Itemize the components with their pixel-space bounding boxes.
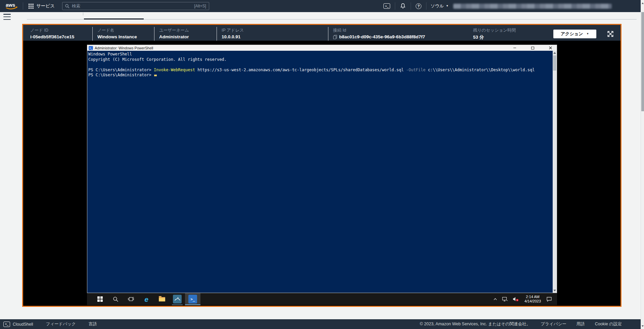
cloudshell-button[interactable]: >_ bbox=[383, 3, 391, 9]
minimize-icon bbox=[513, 48, 516, 48]
scrollbar-down-arrow-icon[interactable] bbox=[641, 324, 644, 328]
file-explorer-button[interactable] bbox=[154, 293, 170, 305]
svg-text:aws: aws bbox=[6, 2, 15, 8]
scroll-down-arrow-icon[interactable] bbox=[553, 288, 557, 293]
page-scrollbar[interactable] bbox=[641, 0, 644, 329]
field-ip-address: IP アドレス 10.0.0.91 bbox=[217, 27, 328, 41]
chevron-up-icon bbox=[493, 298, 497, 300]
close-button[interactable] bbox=[545, 45, 555, 50]
taskbar-search-button[interactable] bbox=[108, 293, 123, 305]
console-scrollbar[interactable] bbox=[553, 51, 557, 293]
field-node-name: ノード名 Windows Instance bbox=[92, 27, 154, 41]
internet-explorer-icon: e bbox=[144, 296, 148, 303]
help-button[interactable]: ? bbox=[415, 3, 422, 9]
network-icon bbox=[502, 297, 508, 302]
start-button[interactable] bbox=[92, 293, 108, 305]
aws-footer: >_ CloudShell フィードバック 言語 © 2023, Amazon … bbox=[0, 319, 641, 329]
powershell-window-title: Administrator: Windows PowerShell bbox=[95, 46, 502, 50]
search-icon bbox=[113, 296, 119, 302]
tray-volume-muted[interactable] bbox=[512, 293, 520, 305]
search-shortcut-hint: [Alt+S] bbox=[194, 4, 206, 8]
nav-divider bbox=[23, 2, 23, 10]
action-center-icon bbox=[546, 297, 552, 302]
console-prompt: PS C:\Users\Administrator> bbox=[88, 73, 154, 77]
powershell-window: >_ Administrator: Windows PowerShell Win… bbox=[87, 45, 557, 293]
console-banner-line1: Windows PowerShell bbox=[88, 52, 132, 56]
console-cursor bbox=[154, 75, 157, 76]
services-grid-icon bbox=[29, 4, 34, 9]
field-username: ユーザーネーム Administrator bbox=[154, 27, 217, 41]
navbar-right-cluster: >_ ? ソウル ▼ bbox=[383, 0, 612, 12]
actions-button[interactable]: アクション ▼ bbox=[553, 30, 596, 38]
speaker-muted-icon bbox=[513, 297, 519, 301]
footer-feedback-link[interactable]: フィードバック bbox=[46, 321, 76, 327]
footer-language-link[interactable]: 言語 bbox=[89, 321, 97, 327]
cloudshell-terminal-icon: >_ bbox=[3, 322, 10, 327]
node-id-value: i-05edb5ff361e7ce15 bbox=[30, 34, 92, 39]
minimize-button[interactable] bbox=[510, 45, 520, 50]
nav-divider bbox=[426, 2, 426, 10]
maximize-icon bbox=[531, 47, 534, 49]
console-prompt: PS C:\Users\Administrator> bbox=[88, 68, 154, 72]
search-icon bbox=[65, 4, 70, 8]
connection-id-label: 接続 Id bbox=[333, 28, 468, 33]
copy-icon[interactable] bbox=[333, 35, 337, 39]
region-selector[interactable]: ソウル ▼ bbox=[430, 3, 449, 9]
task-view-icon bbox=[128, 296, 134, 302]
active-tab-underline[interactable] bbox=[84, 18, 144, 19]
powershell-titlebar[interactable]: >_ Administrator: Windows PowerShell bbox=[87, 45, 557, 51]
aws-logo[interactable]: aws bbox=[5, 2, 19, 10]
file-explorer-icon bbox=[159, 297, 165, 301]
task-view-button[interactable] bbox=[123, 293, 139, 305]
nav-divider bbox=[395, 2, 395, 10]
tray-network[interactable] bbox=[501, 293, 509, 305]
close-icon bbox=[549, 46, 552, 49]
ip-address-label: IP アドレス bbox=[222, 28, 328, 33]
notifications-button[interactable] bbox=[399, 3, 407, 9]
nav-divider bbox=[411, 2, 411, 10]
console-scrollbar-thumb[interactable] bbox=[553, 55, 556, 71]
search-input[interactable] bbox=[72, 4, 192, 8]
mysql-workbench-button[interactable] bbox=[170, 293, 185, 305]
ip-address-value: 10.0.0.91 bbox=[222, 34, 328, 39]
powershell-console[interactable]: Windows PowerShell Copyright (C) Microso… bbox=[87, 51, 553, 293]
node-name-value: Windows Instance bbox=[97, 34, 154, 39]
scroll-up-arrow-icon[interactable] bbox=[553, 51, 557, 55]
field-connection-id: 接続 Id b8ac01c9-d09c-435e-96a9-6b3d88f8d7… bbox=[328, 27, 468, 41]
taskbar-clock[interactable]: 2:14 AM 4/14/2023 bbox=[523, 295, 543, 303]
footer-cloudshell-label: CloudShell bbox=[13, 322, 33, 327]
global-search[interactable]: [Alt+S] bbox=[62, 2, 209, 10]
system-tray: 2:14 AM 4/14/2023 bbox=[492, 293, 557, 305]
session-info-header: ノード ID i-05edb5ff361e7ce15 ノード名 Windows … bbox=[23, 25, 620, 41]
powershell-icon: >_ bbox=[188, 295, 197, 303]
footer-cloudshell-button[interactable]: >_ CloudShell bbox=[3, 322, 33, 327]
footer-cookie-settings-link[interactable]: Cookie の設定 bbox=[595, 321, 622, 327]
remote-desktop-viewport[interactable]: >_ Administrator: Windows PowerShell Win… bbox=[23, 41, 620, 306]
scrollbar-up-arrow-icon[interactable] bbox=[641, 1, 644, 5]
region-label: ソウル bbox=[430, 3, 444, 9]
fullscreen-expand-icon bbox=[606, 30, 614, 38]
page-scrollbar-thumb[interactable] bbox=[641, 12, 644, 111]
services-menu-button[interactable]: サービス bbox=[27, 3, 56, 9]
username-label: ユーザーネーム bbox=[159, 28, 217, 33]
powershell-taskbar-button[interactable]: >_ bbox=[185, 293, 200, 305]
footer-privacy-link[interactable]: プライバシー bbox=[541, 321, 566, 327]
tray-chevron-up[interactable] bbox=[492, 293, 498, 305]
clock-time: 2:14 AM bbox=[526, 295, 539, 299]
maximize-button[interactable] bbox=[527, 45, 538, 50]
services-label: サービス bbox=[36, 3, 55, 9]
account-menu-redacted[interactable] bbox=[453, 4, 612, 9]
internet-explorer-button[interactable]: e bbox=[139, 293, 154, 305]
action-center-button[interactable] bbox=[545, 293, 553, 305]
chevron-down-icon: ▼ bbox=[446, 5, 449, 7]
session-time-value: 53 分 bbox=[473, 34, 553, 40]
field-node-id: ノード ID i-05edb5ff361e7ce15 bbox=[27, 27, 92, 41]
copyright-text: © 2023, Amazon Web Services, Inc. またはその関… bbox=[420, 321, 531, 327]
windows-logo-icon bbox=[97, 296, 103, 302]
fullscreen-button[interactable] bbox=[606, 30, 614, 38]
footer-right-cluster: © 2023, Amazon Web Services, Inc. またはその関… bbox=[420, 321, 622, 327]
hamburger-menu-icon[interactable] bbox=[3, 14, 11, 20]
console-parameter: -OutFile bbox=[406, 68, 425, 72]
clock-date: 4/14/2023 bbox=[524, 299, 541, 303]
footer-terms-link[interactable]: 用語 bbox=[577, 321, 585, 327]
